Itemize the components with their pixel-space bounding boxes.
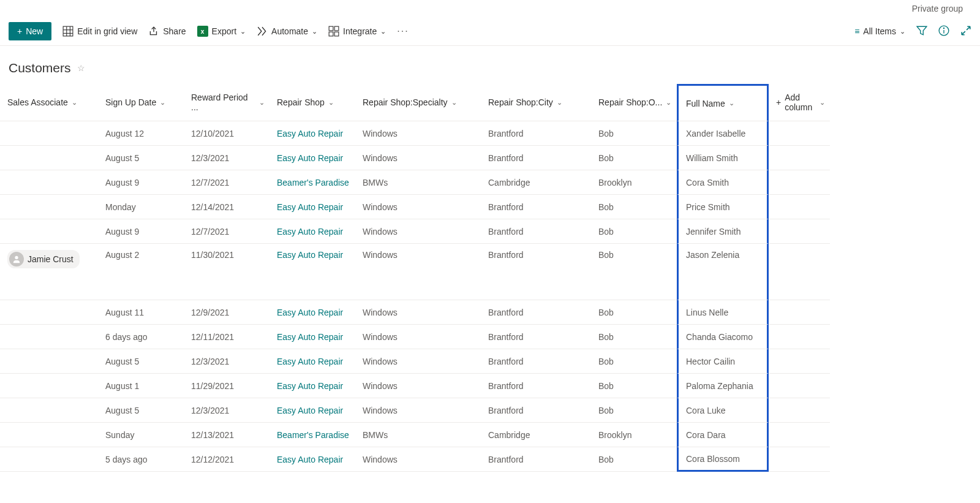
cell-sign-up[interactable]: 6 days ago <box>98 325 184 349</box>
cell-full-name[interactable]: Cora Smith <box>677 170 769 195</box>
cell-sign-up[interactable]: Sunday <box>98 423 184 447</box>
cell-city[interactable]: Brantford <box>481 349 591 374</box>
repair-shop-link[interactable]: Easy Auto Repair <box>277 227 343 236</box>
cell-sign-up[interactable]: August 5 <box>98 349 184 374</box>
cell-repair-shop[interactable]: Easy Auto Repair <box>270 244 355 300</box>
cell-sales-associate[interactable] <box>0 121 98 146</box>
cell-owner[interactable]: Bob <box>591 219 677 244</box>
cell-full-name[interactable]: William Smith <box>677 146 769 170</box>
cell-reward-period[interactable]: 12/10/2021 <box>184 121 270 146</box>
cell-specialty[interactable]: Windows <box>355 244 481 300</box>
cell-sales-associate[interactable] <box>0 325 98 349</box>
cell-sales-associate[interactable] <box>0 146 98 170</box>
col-specialty[interactable]: Repair Shop:Specialty⌄ <box>355 84 481 121</box>
cell-sign-up[interactable]: August 5 <box>98 398 184 423</box>
repair-shop-link[interactable]: Easy Auto Repair <box>277 250 343 260</box>
cell-specialty[interactable]: Windows <box>355 219 481 244</box>
cell-sales-associate[interactable] <box>0 349 98 374</box>
cell-reward-period[interactable]: 12/13/2021 <box>184 423 270 447</box>
cell-city[interactable]: Brantford <box>481 121 591 146</box>
cell-sign-up[interactable]: August 1 <box>98 374 184 398</box>
cell-reward-period[interactable]: 12/3/2021 <box>184 398 270 423</box>
cell-full-name[interactable]: Cora Dara <box>677 423 769 447</box>
cell-owner[interactable]: Bob <box>591 398 677 423</box>
cell-reward-period[interactable]: 12/3/2021 <box>184 349 270 374</box>
repair-shop-link[interactable]: Easy Auto Repair <box>277 153 343 163</box>
cell-specialty[interactable]: Windows <box>355 300 481 325</box>
cell-city[interactable]: Brantford <box>481 325 591 349</box>
cell-repair-shop[interactable]: Beamer's Paradise <box>270 170 355 195</box>
cell-reward-period[interactable]: 12/7/2021 <box>184 219 270 244</box>
cell-reward-period[interactable]: 12/11/2021 <box>184 325 270 349</box>
cell-specialty[interactable]: Windows <box>355 146 481 170</box>
cell-repair-shop[interactable]: Easy Auto Repair <box>270 146 355 170</box>
cell-full-name[interactable]: Cora Blossom <box>677 447 769 472</box>
cell-reward-period[interactable]: 12/3/2021 <box>184 146 270 170</box>
cell-city[interactable]: Brantford <box>481 300 591 325</box>
cell-sales-associate[interactable] <box>0 170 98 195</box>
cell-specialty[interactable]: Windows <box>355 398 481 423</box>
col-full-name[interactable]: Full Name⌄ <box>677 84 769 121</box>
repair-shop-link[interactable]: Beamer's Paradise <box>277 178 349 187</box>
automate-button[interactable]: Automate ⌄ <box>257 26 317 37</box>
cell-full-name[interactable]: Linus Nelle <box>677 300 769 325</box>
cell-repair-shop[interactable]: Easy Auto Repair <box>270 374 355 398</box>
cell-specialty[interactable]: Windows <box>355 325 481 349</box>
cell-owner[interactable]: Bob <box>591 300 677 325</box>
cell-sales-associate[interactable] <box>0 374 98 398</box>
repair-shop-link[interactable]: Easy Auto Repair <box>277 129 343 138</box>
cell-city[interactable]: Brantford <box>481 374 591 398</box>
cell-sign-up[interactable]: August 9 <box>98 219 184 244</box>
cell-sales-associate[interactable]: Jamie Crust <box>0 244 98 300</box>
cell-sign-up[interactable]: Monday <box>98 195 184 219</box>
repair-shop-link[interactable]: Beamer's Paradise <box>277 430 349 440</box>
cell-sign-up[interactable]: August 9 <box>98 170 184 195</box>
cell-city[interactable]: Brantford <box>481 146 591 170</box>
cell-specialty[interactable]: BMWs <box>355 170 481 195</box>
favorite-star-icon[interactable]: ☆ <box>77 63 85 73</box>
cell-sales-associate[interactable] <box>0 219 98 244</box>
cell-repair-shop[interactable]: Easy Auto Repair <box>270 349 355 374</box>
cell-sign-up[interactable]: August 12 <box>98 121 184 146</box>
view-selector[interactable]: ≡ All Items ⌄ <box>854 26 905 36</box>
cell-sales-associate[interactable] <box>0 423 98 447</box>
cell-city[interactable]: Brantford <box>481 219 591 244</box>
col-sales-associate[interactable]: Sales Associate⌄ <box>0 84 98 121</box>
col-repair-shop[interactable]: Repair Shop⌄ <box>270 84 355 121</box>
cell-sign-up[interactable]: August 2 <box>98 244 184 300</box>
cell-owner[interactable]: Bob <box>591 121 677 146</box>
cell-repair-shop[interactable]: Easy Auto Repair <box>270 195 355 219</box>
cell-sales-associate[interactable] <box>0 398 98 423</box>
cell-reward-period[interactable]: 11/29/2021 <box>184 374 270 398</box>
cell-sign-up[interactable]: August 11 <box>98 300 184 325</box>
repair-shop-link[interactable]: Easy Auto Repair <box>277 308 343 317</box>
cell-full-name[interactable]: Cora Luke <box>677 398 769 423</box>
cell-full-name[interactable]: Xander Isabelle <box>677 121 769 146</box>
cell-city[interactable]: Brantford <box>481 244 591 300</box>
cell-owner[interactable]: Brooklyn <box>591 170 677 195</box>
cell-specialty[interactable]: Windows <box>355 447 481 472</box>
cell-reward-period[interactable]: 12/14/2021 <box>184 195 270 219</box>
cell-repair-shop[interactable]: Beamer's Paradise <box>270 423 355 447</box>
add-column-button[interactable]: +Add column⌄ <box>769 84 830 121</box>
filter-icon[interactable] <box>916 25 927 38</box>
cell-repair-shop[interactable]: Easy Auto Repair <box>270 300 355 325</box>
cell-sales-associate[interactable] <box>0 300 98 325</box>
cell-sign-up[interactable]: 5 days ago <box>98 447 184 472</box>
expand-icon[interactable] <box>960 25 971 38</box>
cell-owner[interactable]: Bob <box>591 195 677 219</box>
info-icon[interactable] <box>938 25 949 38</box>
cell-reward-period[interactable]: 12/12/2021 <box>184 447 270 472</box>
cell-specialty[interactable]: Windows <box>355 374 481 398</box>
cell-reward-period[interactable]: 12/7/2021 <box>184 170 270 195</box>
edit-grid-view-button[interactable]: Edit in grid view <box>62 26 137 37</box>
integrate-button[interactable]: Integrate ⌄ <box>328 26 386 37</box>
cell-specialty[interactable]: Windows <box>355 349 481 374</box>
col-sign-up-date[interactable]: Sign Up Date⌄ <box>98 84 184 121</box>
cell-owner[interactable]: Bob <box>591 146 677 170</box>
cell-full-name[interactable]: Jason Zelenia <box>677 244 769 300</box>
cell-reward-period[interactable]: 11/30/2021 <box>184 244 270 300</box>
col-city[interactable]: Repair Shop:City⌄ <box>481 84 591 121</box>
share-button[interactable]: Share <box>148 26 186 37</box>
cell-repair-shop[interactable]: Easy Auto Repair <box>270 398 355 423</box>
